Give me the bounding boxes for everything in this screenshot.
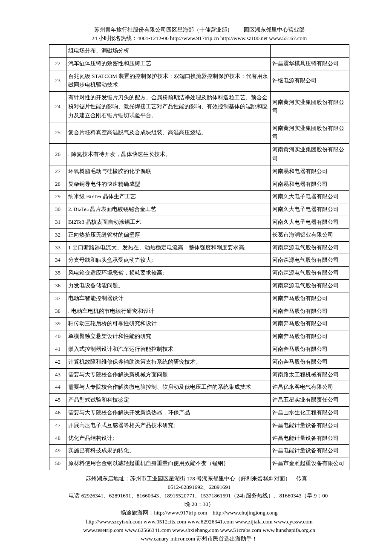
row-description: 计算机故障和维修保养辅助决策支持系统的研究技术。 xyxy=(66,356,271,368)
row-number: 31 xyxy=(49,216,66,228)
row-number: 41 xyxy=(49,343,66,356)
row-number: 40 xyxy=(49,330,66,343)
row-number: 39 xyxy=(49,318,66,330)
row-description: 需要与大专院校合作解决新机械方面问题 xyxy=(66,368,271,381)
row-description: 开展高压电子式互感器等相关产品技术研究; xyxy=(66,419,271,432)
table-row: 49实施已有科技成果的转化。许昌电能计量设备有限公司 xyxy=(49,445,349,457)
row-number: 44 xyxy=(49,381,66,394)
table-row: 37电动车智能控制器设计河南奔马股份有限公司 xyxy=(49,292,349,305)
row-number: 35 xyxy=(49,267,66,280)
table-row: 39轴传动三轮后桥的可靠性研究和设计河南奔马股份有限公司 xyxy=(49,318,349,330)
table-row: 32正向热挤压无缝管材的偏壁厚长葛市海润铝业有限公司 xyxy=(49,228,349,241)
table-row: 50原材料使用合金钢以减轻起重机自身重量而使用效能不变（锰钢）许昌市金雕起重设备… xyxy=(49,457,349,470)
footer-line: www.canary-mirror.com 苏州市民首选出游助手！ xyxy=(49,535,349,543)
row-description: 2. Bi₂Te₃ 晶片表面电镀锡铋合金工艺 xyxy=(66,203,271,216)
row-company: 许昌电能计量设备有限公司 xyxy=(271,445,349,457)
row-number: 45 xyxy=(49,394,66,407)
row-company: 长葛市海润铝业有限公司 xyxy=(271,228,349,241)
row-description: 力发电设备储能问题。 xyxy=(66,279,271,292)
header-line-1: 苏州青年旅行社股份有限公司园区星海部（十佳营业部） 园区湖东邻里中心营业部 xyxy=(49,26,349,34)
row-company: 河南黄河实业集团股份有限公司 xyxy=(271,92,349,122)
row-number: 49 xyxy=(49,445,66,457)
row-description: 电动车智能控制器设计 xyxy=(66,292,271,305)
table-row: 38. 电动车电机的节电续行研究和设计河南奔马股份有限公司 xyxy=(49,305,349,318)
row-description: 原材料使用合金钢以减轻起重机自身重量而使用效能不变（锰钢） xyxy=(66,457,271,470)
row-description: 单横臂独立悬架设计和性能的研究 xyxy=(66,330,271,343)
table-row: 组电场分布、漏磁场分析 xyxy=(49,45,349,58)
footer-line: 苏州湖东店地址：苏州市工业园区星湖街 178 号湖东邻里中心（好利来蛋糕斜对面）… xyxy=(49,474,349,483)
row-description: 复杂铜导电件的快速精确成型 xyxy=(66,178,271,191)
row-description: 风电箱变适应环境恶劣，损耗要求较高; xyxy=(66,267,271,280)
table-row: 43需要与大专院校合作解决新机械方面问题河南路太工程机械有限公司 xyxy=(49,368,349,381)
table-row: 46需要与大专院校合作解决开发新换热器，环保产品许昌山水生化工程有限公司 xyxy=(49,406,349,419)
row-description: 优化产品结构设计; xyxy=(66,432,271,445)
row-company: 河南路太工程机械有限公司 xyxy=(271,368,349,381)
row-number: 22 xyxy=(49,57,66,70)
row-company: 河南久大电子电器有限公司 xyxy=(271,203,349,216)
page-footer: 苏州湖东店地址：苏州市工业园区星湖街 178 号湖东邻里中心（好利来蛋糕斜对面）… xyxy=(49,474,349,543)
row-description: 1 出口断路器电流大、发热在、动热稳定电流高，整体强度和刚度要求高; xyxy=(66,241,271,254)
row-description: . 电动车电机的节电续行研究和设计 xyxy=(66,305,271,318)
row-company: 河南奔马股份有限公司 xyxy=(271,305,349,318)
row-description: Bi2Te3 晶核表面自动涂锡工艺 xyxy=(66,216,271,228)
row-company: 河南奔马股份有限公司 xyxy=(271,292,349,305)
row-number: 42 xyxy=(49,356,66,368)
table-row: 44需要与大专院校合作解决微电脑控制、软启动及低电压工作的系统集成技术许昌亿来客… xyxy=(49,381,349,394)
row-company: 河南久大电子电器有限公司 xyxy=(271,216,349,228)
table-row: 29纳米级 Bi₂Te₃ 晶体生产工艺河南久大电子电器有限公司 xyxy=(49,191,349,203)
row-description: 纳米级 Bi₂Te₃ 晶体生产工艺 xyxy=(66,191,271,203)
row-number: 32 xyxy=(49,228,66,241)
row-company: 河南奔马股份有限公司 xyxy=(271,318,349,330)
table-row: 45产品型式试验和科技鉴定许昌五星实业有限责任公司 xyxy=(49,394,349,407)
row-company: 河南奔马股份有限公司 xyxy=(271,330,349,343)
row-number: 48 xyxy=(49,432,66,445)
row-company: 河南久大电子电器有限公司 xyxy=(271,191,349,203)
row-number: 29 xyxy=(49,191,66,203)
table-row: 25复合片坯料真空高温脱气及合成块组装、高温高压烧结。河南黄河实业集团股份有限公… xyxy=(49,122,349,144)
table-row: 34分支母线和触头盒承受点动力较大;河南森源电气股份有限公司 xyxy=(49,254,349,267)
row-number: 50 xyxy=(49,457,66,470)
table-row: 24有针对性的开发锯片刀头的配方、金属粉前期洁净处理及胎体料造粒工艺、预合金粉对… xyxy=(49,92,349,122)
table-row: 28复杂铜导电件的快速精确成型河南易和电器有限公司 xyxy=(49,178,349,191)
row-number: 33 xyxy=(49,241,66,254)
table-row: 27环氧树脂毛动与硅橡胶的化学偶联河南易和电器有限公司 xyxy=(49,165,349,178)
row-description: 嵌入式控制器设计和汽车运行智能控制技术 xyxy=(66,343,271,356)
row-description: . 除氮技术有待开发，晶体快速生长技术。 xyxy=(66,144,271,165)
row-number: 30 xyxy=(49,203,66,216)
row-company: 许昌五星实业有限责任公司 xyxy=(271,394,349,407)
row-company: 河南森源电气股份有限公司 xyxy=(271,267,349,280)
row-description: 组电场分布、漏磁场分析 xyxy=(66,45,271,58)
row-company xyxy=(271,45,349,58)
row-company: 许昌震华模具压铸有限公司 xyxy=(271,57,349,70)
row-description: 实施已有科技成果的转化。 xyxy=(66,445,271,457)
row-company: 许昌市金雕起重设备有限公司 xyxy=(271,457,349,470)
table-row: 22汽车缸体压铸的致密性和压铸工艺许昌震华模具压铸有限公司 xyxy=(49,57,349,70)
row-company: 河南易和电器有限公司 xyxy=(271,165,349,178)
row-number xyxy=(49,45,66,58)
row-description: 轴传动三轮后桥的可靠性研究和设计 xyxy=(66,318,271,330)
row-number: 38 xyxy=(49,305,66,318)
table-row: 48优化产品结构设计;许昌电能计量设备有限公司 xyxy=(49,432,349,445)
table-row: 40单横臂独立悬架设计和性能的研究河南奔马股份有限公司 xyxy=(49,330,349,343)
row-number: 43 xyxy=(49,368,66,381)
footer-line: 晚 20：30） xyxy=(49,500,349,509)
footer-line: 畅途旅游网：http://www.917trip.com http://www.… xyxy=(49,509,349,517)
table-row: 23百兆瓦级 STATCOM 装置的控制保护技术；双端口换流器控制保护技术；代替… xyxy=(49,70,349,92)
table-row: 41嵌入式控制器设计和汽车运行智能控制技术河南奔马股份有限公司 xyxy=(49,343,349,356)
row-company: 许昌山水生化工程有限公司 xyxy=(271,406,349,419)
row-number: 24 xyxy=(49,92,66,122)
table-row: 36力发电设备储能问题。河南森源电气股份有限公司 xyxy=(49,279,349,292)
table-row: 26. 除氮技术有待开发，晶体快速生长技术。河南黄河实业集团股份有限公司 xyxy=(49,144,349,165)
row-number: 46 xyxy=(49,406,66,419)
row-company: 许继电源有限公司 xyxy=(271,70,349,92)
data-table: 组电场分布、漏磁场分析22汽车缸体压铸的致密性和压铸工艺许昌震华模具压铸有限公司… xyxy=(49,44,349,470)
row-company: 许昌电能计量设备有限公司 xyxy=(271,432,349,445)
row-description: 百兆瓦级 STATCOM 装置的控制保护技术；双端口换流器控制保护技术；代替用永… xyxy=(66,70,271,92)
row-company: 河南奔马股份有限公司 xyxy=(271,356,349,368)
table-row: 302. Bi₂Te₃ 晶片表面电镀锡铋合金工艺河南久大电子电器有限公司 xyxy=(49,203,349,216)
table-row: 31Bi2Te3 晶核表面自动涂锡工艺河南久大电子电器有限公司 xyxy=(49,216,349,228)
table-row: 42计算机故障和维修保养辅助决策支持系统的研究技术。河南奔马股份有限公司 xyxy=(49,356,349,368)
row-description: 有针对性的开发锯片刀头的配方、金属粉前期洁净处理及胎体料造粒工艺、预合金粉对锯片… xyxy=(66,92,271,122)
row-number: 36 xyxy=(49,279,66,292)
row-company: 河南易和电器有限公司 xyxy=(271,178,349,191)
